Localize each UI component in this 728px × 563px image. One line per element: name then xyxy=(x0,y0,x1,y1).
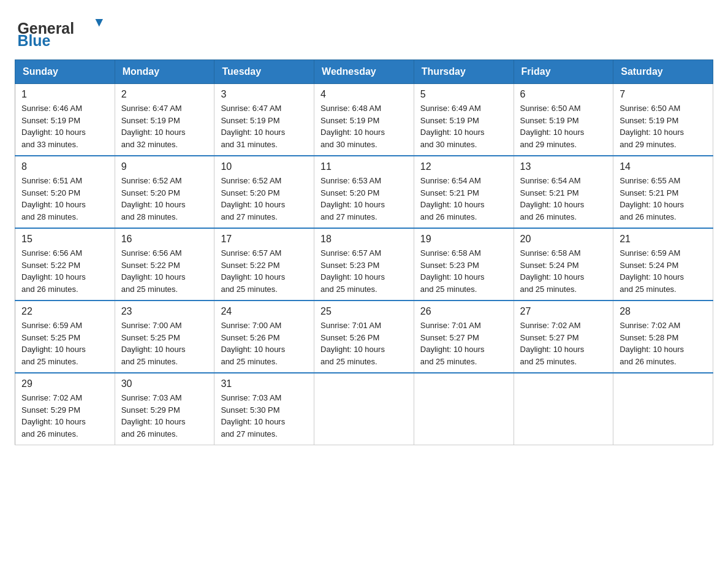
day-number: 31 xyxy=(221,378,308,389)
calendar-day-cell: 21 Sunrise: 6:59 AM Sunset: 5:24 PM Dayl… xyxy=(613,228,713,301)
day-of-week-header: Monday xyxy=(115,60,214,84)
day-number: 16 xyxy=(121,234,208,245)
day-number: 13 xyxy=(520,161,607,172)
day-number: 14 xyxy=(620,161,707,172)
day-of-week-header: Sunday xyxy=(15,60,115,84)
calendar-day-cell: 31 Sunrise: 7:03 AM Sunset: 5:30 PM Dayl… xyxy=(214,373,314,445)
day-number: 18 xyxy=(320,234,408,245)
calendar-day-cell: 20 Sunrise: 6:58 AM Sunset: 5:24 PM Dayl… xyxy=(514,228,613,301)
day-number: 25 xyxy=(320,306,408,317)
day-info: Sunrise: 6:46 AM Sunset: 5:19 PM Dayligh… xyxy=(21,102,108,150)
day-of-week-header: Friday xyxy=(514,60,613,84)
calendar-day-cell: 26 Sunrise: 7:01 AM Sunset: 5:27 PM Dayl… xyxy=(414,301,514,373)
calendar-day-cell: 28 Sunrise: 7:02 AM Sunset: 5:28 PM Dayl… xyxy=(613,301,713,373)
day-info: Sunrise: 6:57 AM Sunset: 5:23 PM Dayligh… xyxy=(320,247,408,295)
calendar-day-cell: 23 Sunrise: 7:00 AM Sunset: 5:25 PM Dayl… xyxy=(115,301,214,373)
calendar-day-cell: 14 Sunrise: 6:55 AM Sunset: 5:21 PM Dayl… xyxy=(613,156,713,228)
calendar-day-cell: 16 Sunrise: 6:56 AM Sunset: 5:22 PM Dayl… xyxy=(115,228,214,301)
day-info: Sunrise: 6:53 AM Sunset: 5:20 PM Dayligh… xyxy=(320,175,408,223)
day-number: 8 xyxy=(21,161,108,172)
day-info: Sunrise: 6:57 AM Sunset: 5:22 PM Dayligh… xyxy=(221,247,308,295)
day-info: Sunrise: 7:02 AM Sunset: 5:28 PM Dayligh… xyxy=(620,320,707,367)
day-number: 6 xyxy=(520,89,607,100)
calendar-week-row: 22 Sunrise: 6:59 AM Sunset: 5:25 PM Dayl… xyxy=(15,301,713,373)
calendar-day-cell: 17 Sunrise: 6:57 AM Sunset: 5:22 PM Dayl… xyxy=(214,228,314,301)
calendar-day-cell: 4 Sunrise: 6:48 AM Sunset: 5:19 PM Dayli… xyxy=(314,84,414,156)
day-number: 24 xyxy=(221,306,308,317)
day-info: Sunrise: 6:56 AM Sunset: 5:22 PM Dayligh… xyxy=(21,247,108,295)
day-number: 19 xyxy=(420,234,507,245)
calendar-week-row: 1 Sunrise: 6:46 AM Sunset: 5:19 PM Dayli… xyxy=(15,84,713,156)
calendar-day-cell: 29 Sunrise: 7:02 AM Sunset: 5:29 PM Dayl… xyxy=(15,373,115,445)
day-number: 30 xyxy=(121,378,208,389)
day-number: 22 xyxy=(21,306,108,317)
day-info: Sunrise: 6:47 AM Sunset: 5:19 PM Dayligh… xyxy=(221,102,308,150)
day-number: 2 xyxy=(121,89,208,100)
calendar-day-cell xyxy=(314,373,414,445)
logo: General Blue xyxy=(15,15,113,47)
day-info: Sunrise: 6:55 AM Sunset: 5:21 PM Dayligh… xyxy=(620,175,707,223)
day-number: 20 xyxy=(520,234,607,245)
calendar-day-cell xyxy=(514,373,613,445)
day-info: Sunrise: 7:03 AM Sunset: 5:30 PM Dayligh… xyxy=(221,392,308,440)
day-info: Sunrise: 6:47 AM Sunset: 5:19 PM Dayligh… xyxy=(121,102,208,150)
calendar-day-cell: 12 Sunrise: 6:54 AM Sunset: 5:21 PM Dayl… xyxy=(414,156,514,228)
day-number: 26 xyxy=(420,306,507,317)
calendar-day-cell: 15 Sunrise: 6:56 AM Sunset: 5:22 PM Dayl… xyxy=(15,228,115,301)
day-info: Sunrise: 6:59 AM Sunset: 5:25 PM Dayligh… xyxy=(21,320,108,367)
calendar-day-cell: 24 Sunrise: 7:00 AM Sunset: 5:26 PM Dayl… xyxy=(214,301,314,373)
day-info: Sunrise: 6:50 AM Sunset: 5:19 PM Dayligh… xyxy=(520,102,607,150)
calendar-day-cell: 2 Sunrise: 6:47 AM Sunset: 5:19 PM Dayli… xyxy=(115,84,214,156)
calendar-day-cell: 3 Sunrise: 6:47 AM Sunset: 5:19 PM Dayli… xyxy=(214,84,314,156)
day-number: 7 xyxy=(620,89,707,100)
day-info: Sunrise: 6:50 AM Sunset: 5:19 PM Dayligh… xyxy=(620,102,707,150)
day-number: 27 xyxy=(520,306,607,317)
calendar-day-cell: 18 Sunrise: 6:57 AM Sunset: 5:23 PM Dayl… xyxy=(314,228,414,301)
calendar-day-cell: 7 Sunrise: 6:50 AM Sunset: 5:19 PM Dayli… xyxy=(613,84,713,156)
calendar-week-row: 15 Sunrise: 6:56 AM Sunset: 5:22 PM Dayl… xyxy=(15,228,713,301)
calendar-day-cell xyxy=(613,373,713,445)
day-number: 11 xyxy=(320,161,408,172)
day-info: Sunrise: 6:58 AM Sunset: 5:23 PM Dayligh… xyxy=(420,247,507,295)
calendar-day-cell: 8 Sunrise: 6:51 AM Sunset: 5:20 PM Dayli… xyxy=(15,156,115,228)
calendar-day-cell: 30 Sunrise: 7:03 AM Sunset: 5:29 PM Dayl… xyxy=(115,373,214,445)
day-of-week-header: Saturday xyxy=(613,60,713,84)
day-number: 12 xyxy=(420,161,507,172)
calendar-day-cell: 13 Sunrise: 6:54 AM Sunset: 5:21 PM Dayl… xyxy=(514,156,613,228)
svg-marker-1 xyxy=(96,19,103,26)
day-number: 15 xyxy=(21,234,108,245)
day-info: Sunrise: 6:54 AM Sunset: 5:21 PM Dayligh… xyxy=(520,175,607,223)
day-number: 5 xyxy=(420,89,507,100)
day-info: Sunrise: 7:03 AM Sunset: 5:29 PM Dayligh… xyxy=(121,392,208,440)
calendar-day-cell: 1 Sunrise: 6:46 AM Sunset: 5:19 PM Dayli… xyxy=(15,84,115,156)
day-number: 23 xyxy=(121,306,208,317)
calendar-day-cell: 10 Sunrise: 6:52 AM Sunset: 5:20 PM Dayl… xyxy=(214,156,314,228)
day-info: Sunrise: 6:56 AM Sunset: 5:22 PM Dayligh… xyxy=(121,247,208,295)
calendar-week-row: 29 Sunrise: 7:02 AM Sunset: 5:29 PM Dayl… xyxy=(15,373,713,445)
day-info: Sunrise: 6:58 AM Sunset: 5:24 PM Dayligh… xyxy=(520,247,607,295)
day-info: Sunrise: 6:52 AM Sunset: 5:20 PM Dayligh… xyxy=(121,175,208,223)
day-info: Sunrise: 7:00 AM Sunset: 5:25 PM Dayligh… xyxy=(121,320,208,367)
day-number: 28 xyxy=(620,306,707,317)
day-info: Sunrise: 6:49 AM Sunset: 5:19 PM Dayligh… xyxy=(420,102,507,150)
svg-text:Blue: Blue xyxy=(17,32,50,48)
calendar-day-cell: 9 Sunrise: 6:52 AM Sunset: 5:20 PM Dayli… xyxy=(115,156,214,228)
general-blue-logo: General Blue xyxy=(15,15,113,47)
calendar-day-cell xyxy=(414,373,514,445)
day-of-week-header: Thursday xyxy=(414,60,514,84)
calendar-day-cell: 22 Sunrise: 6:59 AM Sunset: 5:25 PM Dayl… xyxy=(15,301,115,373)
day-info: Sunrise: 7:01 AM Sunset: 5:26 PM Dayligh… xyxy=(320,320,408,367)
day-info: Sunrise: 6:54 AM Sunset: 5:21 PM Dayligh… xyxy=(420,175,507,223)
day-number: 9 xyxy=(121,161,208,172)
day-of-week-header: Wednesday xyxy=(314,60,414,84)
day-info: Sunrise: 7:01 AM Sunset: 5:27 PM Dayligh… xyxy=(420,320,507,367)
day-info: Sunrise: 7:00 AM Sunset: 5:26 PM Dayligh… xyxy=(221,320,308,367)
day-of-week-header: Tuesday xyxy=(214,60,314,84)
calendar-day-cell: 27 Sunrise: 7:02 AM Sunset: 5:27 PM Dayl… xyxy=(514,301,613,373)
day-info: Sunrise: 7:02 AM Sunset: 5:29 PM Dayligh… xyxy=(21,392,108,440)
calendar-week-row: 8 Sunrise: 6:51 AM Sunset: 5:20 PM Dayli… xyxy=(15,156,713,228)
page-header: General Blue xyxy=(15,15,713,47)
calendar-header-row: SundayMondayTuesdayWednesdayThursdayFrid… xyxy=(15,60,713,84)
day-info: Sunrise: 6:52 AM Sunset: 5:20 PM Dayligh… xyxy=(221,175,308,223)
calendar-day-cell: 11 Sunrise: 6:53 AM Sunset: 5:20 PM Dayl… xyxy=(314,156,414,228)
